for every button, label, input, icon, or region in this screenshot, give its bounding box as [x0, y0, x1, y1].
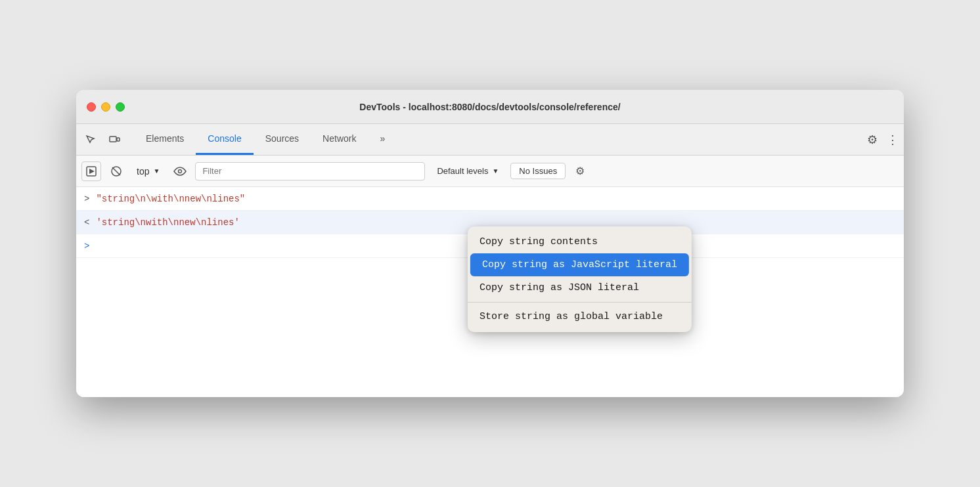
levels-selector[interactable]: Default levels ▼ [430, 163, 505, 179]
toolbar-left [81, 124, 134, 155]
maximize-button[interactable] [116, 102, 125, 112]
prompt-arrow-icon: > [84, 241, 89, 251]
minimize-button[interactable] [101, 102, 110, 112]
svg-point-6 [179, 169, 182, 173]
filter-input[interactable] [195, 162, 425, 180]
tab-more[interactable]: » [368, 124, 397, 155]
run-script-icon[interactable] [81, 161, 101, 181]
copy-json-literal-item[interactable]: Copy string as JSON literal [468, 276, 692, 299]
chevron-down-icon: ▼ [153, 167, 160, 175]
more-options-icon[interactable]: ⋮ [887, 133, 899, 147]
settings-icon[interactable]: ⚙ [863, 131, 881, 149]
tab-elements[interactable]: Elements [134, 124, 196, 155]
title-bar: DevTools - localhost:8080/docs/devtools/… [76, 90, 904, 124]
tab-console[interactable]: Console [196, 124, 253, 155]
toolbar-right: ⚙ ⋮ [863, 124, 899, 155]
levels-label: Default levels [437, 166, 488, 176]
inspect-icon[interactable] [81, 131, 100, 149]
store-global-variable-item[interactable]: Store string as global variable [468, 305, 692, 328]
traffic-lights [87, 102, 125, 112]
console-output-1: "string\n\with\nnew\nlines" [96, 194, 245, 204]
svg-rect-0 [110, 137, 116, 142]
context-selector[interactable]: top ▼ [131, 163, 165, 179]
live-expressions-icon[interactable] [170, 161, 190, 181]
window-title: DevTools - localhost:8080/docs/devtools/… [359, 102, 620, 112]
close-button[interactable] [87, 102, 96, 112]
svg-line-5 [112, 167, 120, 175]
console-content: > "string\n\with\nnew\nlines" < 'string\… [76, 187, 904, 397]
clear-console-icon[interactable] [106, 161, 126, 181]
tab-sources[interactable]: Sources [254, 124, 311, 155]
console-toolbar: top ▼ Default levels ▼ No Issues ⚙ [76, 156, 904, 187]
tabs: Elements Console Sources Network » [134, 124, 863, 155]
context-label: top [137, 166, 149, 177]
tab-bar: Elements Console Sources Network » ⚙ ⋮ [76, 124, 904, 156]
copy-string-contents-item[interactable]: Copy string contents [468, 230, 692, 253]
output-arrow-icon: > [84, 194, 89, 204]
context-menu: Copy string contents Copy string as Java… [468, 226, 692, 332]
levels-chevron-icon: ▼ [492, 167, 499, 175]
svg-marker-3 [89, 169, 95, 174]
device-toolbar-icon[interactable] [105, 131, 123, 149]
tab-network[interactable]: Network [311, 124, 368, 155]
copy-js-literal-item[interactable]: Copy string as JavaScript literal [470, 253, 689, 276]
context-menu-divider [468, 302, 692, 303]
console-output-2: 'string\nwith\nnew\nlines' [96, 217, 239, 228]
svg-rect-1 [117, 138, 120, 141]
input-arrow-icon: < [84, 217, 89, 228]
issues-button[interactable]: No Issues [510, 163, 566, 179]
console-settings-icon[interactable]: ⚙ [571, 162, 589, 180]
console-line-1: > "string\n\with\nnew\nlines" [76, 187, 904, 211]
devtools-window: DevTools - localhost:8080/docs/devtools/… [76, 90, 904, 397]
